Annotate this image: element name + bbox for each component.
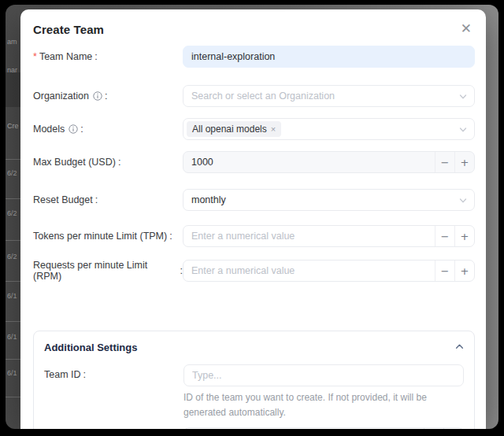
reset-budget-select[interactable]: monthly bbox=[183, 189, 475, 211]
background-table-fragment: 6/1 bbox=[7, 292, 17, 300]
organization-label: Organization : bbox=[33, 91, 183, 102]
chevron-down-icon bbox=[459, 125, 467, 136]
rpm-limit-label: Requests per minute Limit (RPM) : bbox=[33, 260, 183, 282]
decrement-button[interactable]: − bbox=[424, 428, 443, 429]
organization-placeholder: Search or select an Organization bbox=[191, 91, 335, 102]
modal-title: Create Team bbox=[33, 20, 104, 36]
model-tag: All openai models × bbox=[187, 121, 281, 137]
tag-remove-icon[interactable]: × bbox=[271, 125, 276, 134]
team-member-budget-input[interactable] bbox=[184, 428, 424, 429]
chevron-down-icon bbox=[459, 196, 467, 207]
increment-button[interactable]: + bbox=[454, 260, 474, 281]
team-id-help-text: ID of the team you want to create. If no… bbox=[183, 390, 464, 420]
background-row-divider bbox=[6, 321, 21, 322]
increment-button[interactable]: + bbox=[454, 226, 474, 246]
team-id-input[interactable] bbox=[184, 365, 463, 386]
close-icon[interactable]: ✕ bbox=[458, 20, 475, 37]
rpm-limit-input[interactable] bbox=[183, 260, 435, 281]
team-member-budget-label: Team Member Budget (USD) : bbox=[44, 427, 183, 429]
max-budget-input[interactable] bbox=[183, 152, 435, 172]
additional-settings-toggle[interactable]: Additional Settings bbox=[44, 340, 464, 354]
background-row-divider bbox=[6, 359, 21, 360]
tpm-limit-label: Tokens per minute Limit (TPM) : bbox=[33, 231, 183, 242]
team-name-label: * Team Name : bbox=[33, 51, 183, 62]
background-row-divider bbox=[6, 198, 21, 199]
additional-settings-title: Additional Settings bbox=[44, 342, 137, 353]
increment-button[interactable]: + bbox=[454, 152, 474, 172]
team-name-input[interactable] bbox=[183, 46, 474, 67]
background-row-divider bbox=[6, 281, 21, 282]
models-label: Models : bbox=[33, 124, 183, 135]
reset-budget-label: Reset Budget : bbox=[33, 194, 183, 205]
app-window: am nar Cre 6/2 6/2 6/2 6/1 6/1 6/1 Creat… bbox=[6, 5, 498, 429]
background-table-header bbox=[6, 72, 21, 107]
increment-button[interactable]: + bbox=[443, 428, 463, 429]
background-table-fragment: am bbox=[7, 38, 17, 46]
models-select[interactable]: All openai models × bbox=[183, 118, 475, 140]
background-row-divider bbox=[6, 240, 21, 241]
team-id-label: Team ID : bbox=[44, 369, 183, 380]
max-budget-label: Max Budget (USD) : bbox=[33, 157, 183, 168]
background-table-fragment: Cre bbox=[7, 122, 19, 130]
background-table-fragment: 6/2 bbox=[7, 169, 17, 177]
background-row-divider bbox=[6, 397, 21, 397]
decrement-button[interactable]: − bbox=[435, 152, 454, 172]
decrement-button[interactable]: − bbox=[435, 260, 454, 281]
organization-select[interactable]: Search or select an Organization bbox=[183, 85, 475, 107]
chevron-down-icon bbox=[459, 92, 467, 103]
reset-budget-value: monthly bbox=[191, 194, 226, 205]
required-mark: * bbox=[33, 51, 37, 62]
tpm-limit-input[interactable] bbox=[183, 226, 435, 246]
create-team-modal: Create Team ✕ * Team Name : Organization bbox=[20, 9, 486, 429]
info-circle-icon bbox=[93, 91, 102, 101]
background-table-fragment: 6/2 bbox=[7, 209, 17, 217]
background-row-divider bbox=[6, 159, 21, 160]
decrement-button[interactable]: − bbox=[435, 226, 454, 246]
additional-settings-panel: Additional Settings Team ID : ID of the … bbox=[33, 331, 475, 429]
background-table-fragment: 6/1 bbox=[7, 333, 17, 341]
background-table-fragment: 6/1 bbox=[7, 369, 17, 377]
info-circle-icon bbox=[69, 124, 78, 134]
background-table-fragment: 6/2 bbox=[7, 253, 17, 260]
chevron-up-icon bbox=[455, 340, 464, 354]
